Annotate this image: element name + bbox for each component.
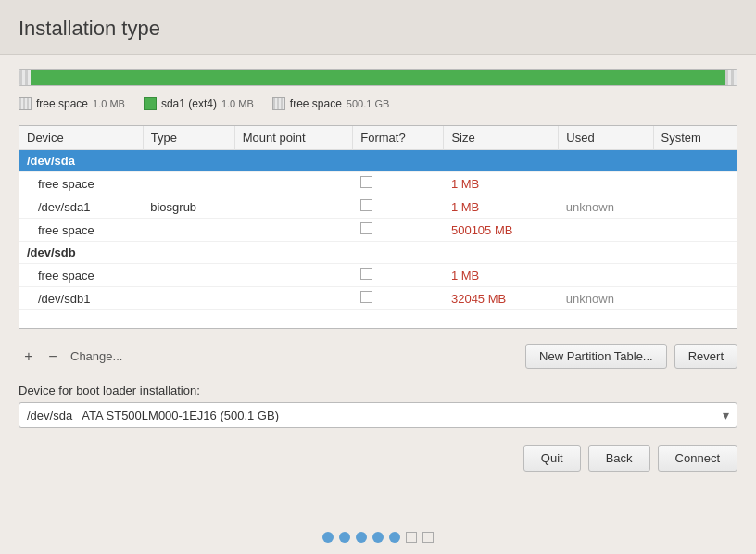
used-cell: unknown: [559, 287, 653, 310]
new-partition-table-button[interactable]: New Partition Table...: [525, 344, 667, 369]
ext4-icon: [144, 97, 157, 110]
device-cell: /dev/sda1: [19, 195, 143, 219]
change-partition-button[interactable]: Change...: [67, 347, 126, 365]
system-cell: [653, 264, 737, 287]
format-checkbox[interactable]: [360, 222, 372, 234]
table-row[interactable]: /dev/sda1biosgrub1 MBunknown: [19, 195, 737, 219]
col-system: System: [653, 126, 737, 150]
format-checkbox[interactable]: [360, 291, 372, 303]
unallocated-icon-right: [272, 97, 285, 110]
size-cell: 500105 MB: [444, 219, 559, 242]
boot-loader-value: /dev/sda ATA ST500LM000-1EJ16 (500.1 GB): [27, 409, 279, 422]
progress-dot: [356, 532, 367, 543]
format-cell[interactable]: [353, 264, 444, 287]
chevron-down-icon: ▾: [723, 408, 729, 422]
used-cell: [559, 172, 653, 195]
size-cell: 32045 MB: [444, 287, 559, 310]
format-cell[interactable]: [353, 172, 444, 195]
quit-button[interactable]: Quit: [523, 445, 581, 472]
col-format: Format?: [353, 126, 444, 150]
progress-dot: [389, 532, 400, 543]
size-cell: 1 MB: [444, 264, 559, 287]
connect-button[interactable]: Connect: [658, 445, 737, 472]
format-checkbox[interactable]: [360, 268, 372, 280]
toolbar-right: New Partition Table... Revert: [525, 344, 737, 369]
bar-segment-free-right: [725, 70, 737, 85]
back-button[interactable]: Back: [588, 445, 650, 472]
table-row[interactable]: /dev/sdb: [19, 242, 737, 264]
used-cell: [559, 264, 653, 287]
partition-table-container: Device Type Mount point Format? Size Use…: [19, 125, 737, 329]
mount-cell: [234, 172, 353, 195]
col-type: Type: [143, 126, 234, 150]
type-cell: biosgrub: [143, 195, 234, 219]
boot-loader-section: Device for boot loader installation: /de…: [19, 384, 737, 428]
col-mount: Mount point: [234, 126, 353, 150]
partition-bar: [19, 69, 737, 86]
device-group-cell: /dev/sda: [19, 150, 737, 172]
main-content: free space 1.0 MB sda1 (ext4) 1.0 MB fre…: [0, 55, 756, 524]
type-cell: [143, 264, 234, 287]
partition-label-free-right: free space 500.1 GB: [272, 97, 390, 110]
table-row[interactable]: /dev/sda: [19, 150, 737, 172]
used-cell: unknown: [559, 195, 653, 219]
device-group-cell: /dev/sdb: [19, 242, 737, 264]
label-sda1-text: sda1 (ext4): [161, 97, 217, 110]
partition-table: Device Type Mount point Format? Size Use…: [19, 126, 737, 310]
label-sda1-sub: 1.0 MB: [221, 98, 254, 109]
progress-dot: [406, 532, 417, 543]
system-cell: [653, 172, 737, 195]
partition-labels: free space 1.0 MB sda1 (ext4) 1.0 MB fre…: [19, 97, 737, 110]
mount-cell: [234, 264, 353, 287]
label-free-right-sub: 500.1 GB: [346, 98, 389, 109]
progress-dot: [322, 532, 334, 543]
unallocated-icon-left: [19, 97, 32, 110]
table-row[interactable]: free space1 MB: [19, 172, 737, 195]
format-cell[interactable]: [353, 219, 444, 242]
system-cell: [653, 219, 737, 242]
col-used: Used: [559, 126, 653, 150]
mount-cell: [234, 219, 353, 242]
progress-dot: [339, 532, 350, 543]
type-cell: [143, 219, 234, 242]
format-checkbox[interactable]: [360, 199, 372, 211]
bar-segment-free-left: [19, 70, 31, 85]
size-cell: 1 MB: [444, 172, 559, 195]
device-cell: free space: [19, 172, 143, 195]
format-cell[interactable]: [353, 287, 444, 310]
label-free-left-text: free space: [36, 97, 88, 110]
progress-dot: [422, 532, 434, 543]
revert-button[interactable]: Revert: [674, 344, 737, 369]
device-cell: free space: [19, 219, 143, 242]
system-cell: [653, 287, 737, 310]
boot-loader-label: Device for boot loader installation:: [19, 384, 737, 397]
bar-segment-sda1: [31, 70, 726, 85]
footer-dots: [0, 524, 756, 554]
page-title: Installation type: [19, 17, 160, 40]
progress-dot: [372, 532, 384, 543]
add-partition-button[interactable]: +: [19, 346, 39, 367]
table-row[interactable]: /dev/sdb132045 MBunknown: [19, 287, 737, 310]
remove-partition-button[interactable]: −: [43, 346, 63, 367]
system-cell: [653, 195, 737, 219]
toolbar-left: + − Change...: [19, 346, 126, 367]
used-cell: [559, 219, 653, 242]
size-cell: 1 MB: [444, 195, 559, 219]
partition-label-free-left: free space 1.0 MB: [19, 97, 125, 110]
action-buttons: Quit Back Connect: [19, 437, 737, 475]
format-checkbox[interactable]: [360, 176, 372, 188]
table-row[interactable]: free space500105 MB: [19, 219, 737, 242]
device-cell: free space: [19, 264, 143, 287]
boot-loader-select[interactable]: /dev/sda ATA ST500LM000-1EJ16 (500.1 GB)…: [19, 402, 737, 428]
partition-label-sda1: sda1 (ext4) 1.0 MB: [144, 97, 254, 110]
format-cell[interactable]: [353, 195, 444, 219]
mount-cell: [234, 195, 353, 219]
toolbar: + − Change... New Partition Table... Rev…: [19, 338, 737, 374]
type-cell: [143, 172, 234, 195]
mount-cell: [234, 287, 353, 310]
label-free-left-sub: 1.0 MB: [93, 98, 125, 109]
label-free-right-text: free space: [290, 97, 342, 110]
type-cell: [143, 287, 234, 310]
table-row[interactable]: free space1 MB: [19, 264, 737, 287]
col-size: Size: [444, 126, 559, 150]
